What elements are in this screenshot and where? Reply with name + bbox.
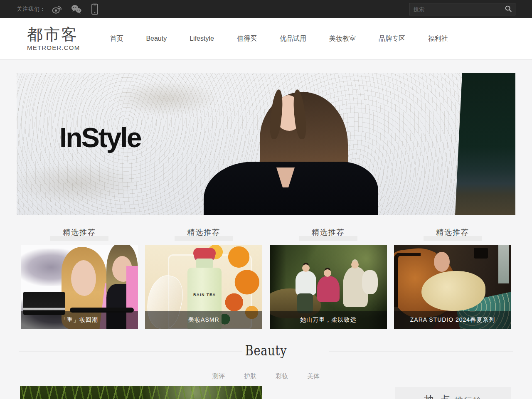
mobile-icon[interactable]	[91, 3, 99, 15]
hiker-pink-jacket	[317, 276, 340, 302]
main-nav: 首页 Beauty Lifestyle 值得买 优品试用 美妆教室 品牌专区 福…	[110, 34, 448, 43]
nav-item-home[interactable]: 首页	[110, 34, 123, 43]
bottle-neck	[196, 259, 213, 268]
card-caption: 「重」妆回潮	[21, 311, 138, 329]
window-light	[498, 245, 509, 283]
featured-row: 精选推荐 「重」妆回潮 精选推荐	[17, 227, 515, 329]
featured-header-bar	[50, 236, 108, 241]
hiker-head-2	[324, 269, 331, 277]
featured-card-makeup[interactable]: 「重」妆回潮	[21, 245, 138, 329]
logo-title: 都市客	[27, 26, 80, 44]
featured-column-4: 精选推荐 ZARA STUDIO 2024春夏系列	[394, 227, 511, 329]
beauty-subnav: 测评 护肤 彩妆 美体	[0, 372, 532, 380]
topbar: 关注我们：	[0, 0, 532, 18]
nav-item-makeup-class[interactable]: 美妆教室	[329, 34, 356, 43]
subnav-item-reviews[interactable]: 测评	[212, 372, 225, 380]
backpack	[362, 270, 378, 294]
featured-header-1: 精选推荐	[21, 227, 138, 241]
nav-item-beauty[interactable]: Beauty	[146, 35, 167, 42]
featured-header-bar	[175, 236, 233, 241]
cream-blouse	[421, 271, 485, 311]
search-button[interactable]	[501, 3, 515, 15]
beauty-article-image[interactable]	[20, 386, 262, 399]
hero-next-slide-edge	[453, 73, 515, 215]
featured-column-3: 精选推荐 她山万里，柔以致远	[270, 227, 387, 329]
instyle-brand-text: InStyle	[59, 122, 140, 153]
featured-header-3: 精选推荐	[270, 227, 387, 241]
logo-subtitle: METROER.COM	[27, 44, 80, 51]
card-caption: 美妆ASMR	[145, 311, 262, 329]
featured-header-label: 精选推荐	[436, 228, 469, 236]
hero-carousel[interactable]: InStyle	[17, 73, 515, 215]
beauty-section-header: Beauty	[0, 342, 532, 362]
subnav-item-body[interactable]: 美体	[307, 372, 320, 380]
hiker-legs	[297, 293, 313, 313]
bottom-row: 热点 排行榜	[0, 386, 532, 399]
featured-header-bar	[424, 236, 482, 241]
featured-card-zara[interactable]: ZARA STUDIO 2024春夏系列	[394, 245, 511, 329]
divider-line-left	[19, 352, 242, 352]
hot-title: 热点	[424, 393, 455, 399]
nav-item-worth-buying[interactable]: 值得买	[237, 34, 257, 43]
weibo-icon[interactable]	[52, 4, 62, 14]
featured-column-1: 精选推荐 「重」妆回潮	[21, 227, 138, 329]
hot-ranking-label: 排行榜	[455, 395, 482, 399]
zara-model-head	[434, 252, 450, 272]
featured-header-bar	[299, 236, 357, 241]
blonde-model-face	[71, 260, 96, 296]
nav-item-brand-zone[interactable]: 品牌专区	[379, 34, 405, 43]
bottle-label: RAIN TEA	[187, 293, 222, 297]
search-input[interactable]	[409, 3, 501, 15]
hot-ranking-panel[interactable]: 热点 排行榜	[395, 387, 511, 399]
beauty-section-title: Beauty	[245, 342, 287, 359]
hiker-white-jacket	[296, 271, 316, 295]
featured-column-2: 精选推荐 RAIN TEA 美妆ASMR	[145, 227, 262, 329]
featured-header-label: 精选推荐	[63, 228, 96, 236]
search-icon	[505, 5, 512, 14]
featured-card-rain-tea[interactable]: RAIN TEA 美妆ASMR	[145, 245, 262, 329]
card-caption: ZARA STUDIO 2024春夏系列	[394, 311, 511, 329]
site-header: 都市客 METROER.COM 首页 Beauty Lifestyle 值得买 …	[0, 18, 532, 59]
hiker-head-1	[302, 264, 310, 272]
follow-us-label: 关注我们：	[17, 5, 46, 13]
card-caption: 她山万里，柔以致远	[270, 311, 387, 329]
search-box	[409, 3, 515, 15]
subnav-item-makeup[interactable]: 彩妆	[276, 372, 288, 380]
page: 关注我们：	[0, 0, 532, 399]
bottle-cap	[193, 248, 216, 259]
nav-item-lifestyle[interactable]: Lifestyle	[190, 35, 214, 42]
chair-wood-frame	[394, 253, 421, 307]
social-links	[52, 3, 99, 15]
lamp-silhouette	[474, 248, 488, 259]
featured-header-label: 精选推荐	[312, 228, 345, 236]
nav-item-welfare[interactable]: 福利社	[428, 34, 448, 43]
featured-header-2: 精选推荐	[145, 227, 262, 241]
subnav-item-skincare[interactable]: 护肤	[244, 372, 256, 380]
featured-header-4: 精选推荐	[394, 227, 511, 241]
site-logo[interactable]: 都市客 METROER.COM	[27, 26, 80, 52]
wechat-icon[interactable]	[71, 4, 82, 14]
featured-header-label: 精选推荐	[187, 228, 220, 236]
featured-card-hiking[interactable]: 她山万里，柔以致远	[270, 245, 387, 329]
hiker-head-3	[351, 261, 359, 268]
nav-item-product-trial[interactable]: 优品试用	[280, 34, 306, 43]
divider-line-right	[329, 352, 513, 352]
